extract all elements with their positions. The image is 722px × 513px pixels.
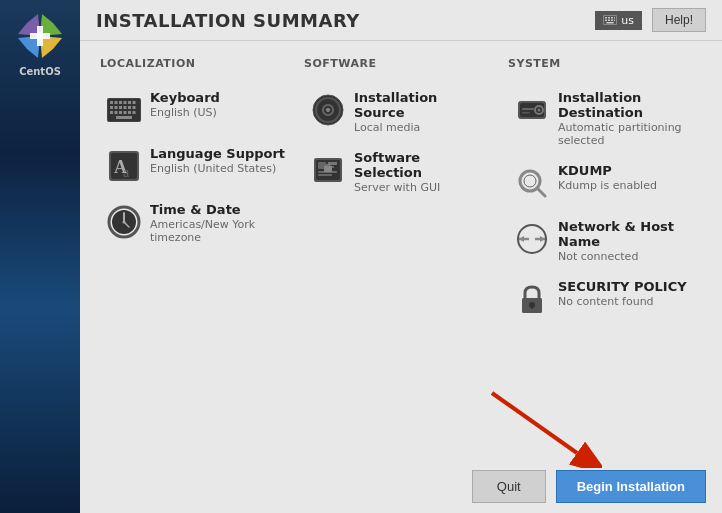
installation-destination-item[interactable]: Installation Destination Automatic parti… bbox=[508, 84, 702, 153]
kdump-item[interactable]: KDUMP Kdump is enabled bbox=[508, 157, 702, 209]
localization-section: LOCALIZATION bbox=[100, 57, 294, 325]
svg-point-51 bbox=[326, 108, 330, 112]
localization-items: Keyboard English (US) A a bbox=[100, 84, 294, 250]
header: INSTALLATION SUMMARY us Help bbox=[80, 0, 722, 41]
svg-rect-31 bbox=[110, 111, 113, 114]
software-selection-item-text: Software Selection Server with GUI bbox=[354, 150, 492, 194]
svg-rect-21 bbox=[119, 101, 122, 104]
svg-rect-65 bbox=[522, 108, 534, 110]
network-hostname-item-text: Network & Host Name Not connected bbox=[558, 219, 696, 263]
language-support-icon: A a bbox=[106, 148, 142, 184]
keyboard-item-desc: English (US) bbox=[150, 106, 220, 119]
installation-source-item[interactable]: Installation Source Local media bbox=[304, 84, 498, 140]
svg-rect-13 bbox=[608, 20, 610, 22]
main-panel: INSTALLATION SUMMARY us Help bbox=[80, 0, 722, 513]
security-policy-item-desc: No content found bbox=[558, 295, 687, 308]
svg-rect-36 bbox=[133, 111, 136, 114]
svg-point-69 bbox=[524, 175, 536, 187]
svg-rect-8 bbox=[605, 17, 607, 19]
software-title: SOFTWARE bbox=[304, 57, 498, 74]
svg-rect-10 bbox=[611, 17, 613, 19]
svg-rect-34 bbox=[124, 111, 127, 114]
svg-marker-74 bbox=[540, 236, 545, 242]
installation-destination-item-name: Installation Destination bbox=[558, 90, 696, 120]
quit-button[interactable]: Quit bbox=[472, 470, 546, 503]
keyboard-icon bbox=[603, 15, 617, 25]
svg-point-46 bbox=[123, 221, 126, 224]
installation-source-icon bbox=[310, 92, 346, 128]
svg-rect-15 bbox=[614, 20, 615, 22]
security-policy-item-text: SECURITY POLICY No content found bbox=[558, 279, 687, 308]
help-button[interactable]: Help! bbox=[652, 8, 706, 32]
sections-grid: LOCALIZATION bbox=[100, 57, 702, 325]
svg-rect-26 bbox=[115, 106, 118, 109]
installation-source-item-name: Installation Source bbox=[354, 90, 492, 120]
header-right: us Help! bbox=[595, 8, 706, 32]
svg-marker-72 bbox=[519, 236, 524, 242]
content-area: LOCALIZATION bbox=[80, 41, 722, 460]
keyboard-item-icon bbox=[106, 92, 142, 128]
software-selection-item-name: Software Selection bbox=[354, 150, 492, 180]
security-policy-item-name: SECURITY POLICY bbox=[558, 279, 687, 294]
network-hostname-icon bbox=[514, 221, 550, 257]
svg-rect-14 bbox=[611, 20, 613, 22]
time-date-item-desc: Americas/New York timezone bbox=[150, 218, 288, 244]
language-support-item-desc: English (United States) bbox=[150, 162, 285, 175]
sidebar: CentOS bbox=[0, 0, 80, 513]
system-items: Installation Destination Automatic parti… bbox=[508, 84, 702, 325]
installation-destination-icon bbox=[514, 92, 550, 128]
network-hostname-item-desc: Not connected bbox=[558, 250, 696, 263]
centos-logo-icon bbox=[14, 10, 66, 62]
svg-rect-35 bbox=[128, 111, 131, 114]
installation-destination-item-text: Installation Destination Automatic parti… bbox=[558, 90, 696, 147]
svg-rect-22 bbox=[124, 101, 127, 104]
svg-rect-23 bbox=[128, 101, 131, 104]
svg-rect-37 bbox=[116, 116, 132, 119]
keyboard-item-text: Keyboard English (US) bbox=[150, 90, 220, 119]
time-date-item-text: Time & Date Americas/New York timezone bbox=[150, 202, 288, 244]
centos-logo-text: CentOS bbox=[19, 66, 61, 77]
language-support-item-text: Language Support English (United States) bbox=[150, 146, 285, 175]
svg-marker-3 bbox=[18, 36, 40, 58]
network-hostname-item[interactable]: Network & Host Name Not connected bbox=[508, 213, 702, 269]
svg-rect-33 bbox=[119, 111, 122, 114]
keyboard-badge: us bbox=[595, 11, 642, 30]
time-date-item[interactable]: Time & Date Americas/New York timezone bbox=[100, 196, 294, 250]
svg-rect-25 bbox=[110, 106, 113, 109]
system-title: SYSTEM bbox=[508, 57, 702, 74]
begin-installation-button[interactable]: Begin Installation bbox=[556, 470, 706, 503]
svg-rect-32 bbox=[115, 111, 118, 114]
installation-destination-item-desc: Automatic partitioning selected bbox=[558, 121, 696, 147]
keyboard-item-name: Keyboard bbox=[150, 90, 220, 105]
svg-rect-27 bbox=[119, 106, 122, 109]
svg-rect-59 bbox=[318, 174, 332, 176]
kdump-icon bbox=[514, 165, 550, 201]
svg-rect-60 bbox=[324, 166, 332, 172]
svg-rect-5 bbox=[30, 33, 50, 39]
software-section: SOFTWARE bbox=[304, 57, 498, 325]
svg-line-68 bbox=[537, 188, 545, 196]
security-policy-item[interactable]: SECURITY POLICY No content found bbox=[508, 273, 702, 325]
security-policy-icon bbox=[514, 281, 550, 317]
svg-rect-12 bbox=[605, 20, 607, 22]
svg-marker-1 bbox=[40, 14, 62, 36]
kdump-item-text: KDUMP Kdump is enabled bbox=[558, 163, 657, 192]
svg-rect-30 bbox=[133, 106, 136, 109]
kdump-item-desc: Kdump is enabled bbox=[558, 179, 657, 192]
svg-marker-0 bbox=[18, 14, 40, 36]
localization-title: LOCALIZATION bbox=[100, 57, 294, 74]
svg-rect-16 bbox=[607, 22, 614, 24]
svg-rect-11 bbox=[614, 17, 615, 19]
page-title: INSTALLATION SUMMARY bbox=[96, 10, 360, 31]
kdump-item-name: KDUMP bbox=[558, 163, 657, 178]
keyboard-item[interactable]: Keyboard English (US) bbox=[100, 84, 294, 136]
installation-source-item-text: Installation Source Local media bbox=[354, 90, 492, 134]
svg-rect-24 bbox=[133, 101, 136, 104]
time-date-icon bbox=[106, 204, 142, 240]
svg-point-64 bbox=[538, 109, 541, 112]
language-support-item[interactable]: A a Language Support English (United Sta… bbox=[100, 140, 294, 192]
software-items: Installation Source Local media bbox=[304, 84, 498, 200]
software-selection-item[interactable]: Software Selection Server with GUI bbox=[304, 144, 498, 200]
svg-marker-2 bbox=[40, 36, 62, 58]
language-support-item-name: Language Support bbox=[150, 146, 285, 161]
